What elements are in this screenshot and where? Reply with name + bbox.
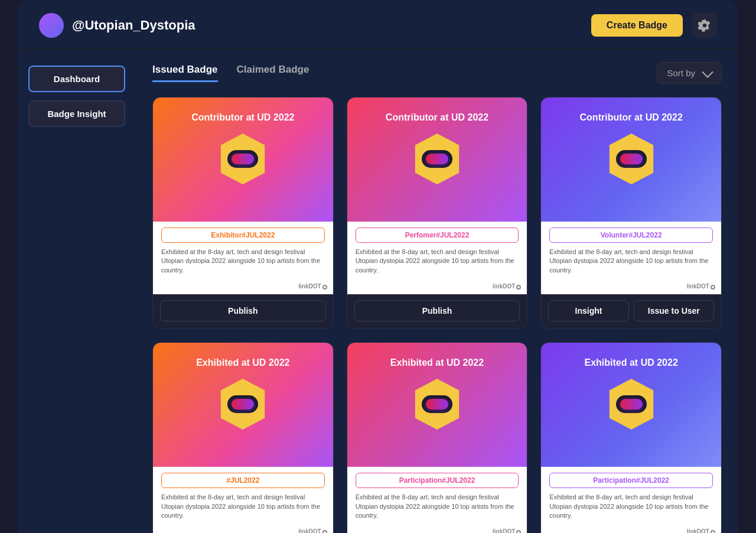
- badge-visual: Exhibited at UD 2022: [153, 343, 333, 467]
- badge-info: Volunter#JUL2022 Exhibited at the 8-day …: [541, 222, 721, 281]
- badge-hex: [413, 378, 461, 431]
- tabs-row: Issued Badge Claimed Badge Sort by: [152, 62, 722, 84]
- badge-visual: Contributor at UD 2022: [153, 98, 333, 222]
- badge-visual: Exhibited at UD 2022: [541, 343, 721, 467]
- chevron-down-icon: [702, 66, 713, 78]
- badge-actions: Publish: [347, 294, 527, 329]
- badge-info: Exhibitor#JUL2022 Exhibited at the 8-day…: [153, 222, 333, 281]
- badge-visual: Contributor at UD 2022: [541, 98, 721, 222]
- sidebar: Dashboard Badge Insight: [18, 49, 136, 533]
- badge-title: Contributor at UD 2022: [386, 112, 488, 124]
- badge-desc: Exhibited at the 8-day art, tech and des…: [161, 248, 325, 275]
- header-left: @Utopian_Dystopia: [39, 13, 195, 38]
- badge-hex: [608, 378, 655, 431]
- content-area: Issued Badge Claimed Badge Sort by Contr…: [136, 49, 738, 533]
- linkdot-logo: linkDOT: [687, 528, 715, 533]
- badge-card-inner: Exhibited at UD 2022 Participation#JUL20…: [347, 343, 527, 533]
- badge-icon: [422, 150, 452, 168]
- tab-claimed-badge[interactable]: Claimed Badge: [237, 64, 309, 82]
- badge-actions: InsightIssue to User: [541, 294, 721, 329]
- badge-card-inner: Contributor at UD 2022 Perfomer#JUL2022 …: [347, 98, 527, 329]
- badge-desc: Exhibited at the 8-day art, tech and des…: [161, 493, 325, 520]
- badge-tag: Exhibitor#JUL2022: [161, 228, 325, 243]
- badge-footer: linkDOT: [541, 526, 721, 533]
- username: @Utopian_Dystopia: [72, 18, 195, 33]
- tab-issued-badge[interactable]: Issued Badge: [152, 64, 218, 82]
- badge-hex: [219, 378, 266, 431]
- badge-footer: linkDOT: [153, 526, 333, 533]
- create-badge-button[interactable]: Create Badge: [591, 14, 683, 37]
- badge-grid: Contributor at UD 2022 Exhibitor#JUL2022…: [152, 97, 722, 533]
- badge-card: Exhibited at UD 2022 Participation#JUL20…: [347, 342, 528, 533]
- sort-by-dropdown[interactable]: Sort by: [657, 62, 722, 84]
- badge-hex: [608, 132, 655, 186]
- badge-footer: linkDOT: [541, 281, 721, 294]
- badge-footer: linkDOT: [153, 281, 333, 294]
- badge-card: Contributor at UD 2022 Volunter#JUL2022 …: [540, 97, 722, 329]
- badge-icon: [422, 395, 452, 413]
- linkdot-dot: [516, 530, 521, 533]
- linkdot-logo: linkDOT: [493, 528, 521, 533]
- tabs: Issued Badge Claimed Badge: [152, 64, 309, 82]
- badge-card-inner: Contributor at UD 2022 Volunter#JUL2022 …: [541, 98, 721, 329]
- badge-visual: Contributor at UD 2022: [347, 98, 527, 222]
- badge-card: Contributor at UD 2022 Perfomer#JUL2022 …: [347, 97, 528, 329]
- action-btn-issue-to-user[interactable]: Issue to User: [634, 300, 714, 321]
- linkdot-logo: linkDOT: [298, 528, 327, 533]
- action-btn-insight[interactable]: Insight: [548, 300, 628, 321]
- badge-icon: [227, 395, 258, 413]
- linkdot-dot: [322, 285, 327, 290]
- badge-icon: [227, 150, 258, 168]
- badge-icon: [616, 150, 647, 168]
- badge-hex: [219, 132, 266, 186]
- badge-title: Contributor at UD 2022: [191, 112, 294, 124]
- action-btn-publish[interactable]: Publish: [354, 300, 520, 321]
- badge-tag: Participation#JUL2022: [356, 473, 519, 488]
- badge-card: Exhibited at UD 2022 Participation#JUL20…: [540, 342, 722, 533]
- gear-icon: [698, 19, 711, 32]
- app-container: @Utopian_Dystopia Create Badge Dashboard…: [18, 0, 738, 533]
- header: @Utopian_Dystopia Create Badge: [18, 0, 738, 49]
- sidebar-item-badge-insight[interactable]: Badge Insight: [28, 100, 125, 127]
- main-layout: Dashboard Badge Insight Issued Badge Cla…: [18, 49, 738, 533]
- badge-tag: #JUL2022: [161, 473, 325, 488]
- badge-desc: Exhibited at the 8-day art, tech and des…: [356, 493, 519, 520]
- linkdot-logo: linkDOT: [687, 283, 715, 290]
- linkdot-dot: [516, 285, 521, 290]
- badge-card-inner: Exhibited at UD 2022 Participation#JUL20…: [541, 343, 721, 533]
- badge-title: Exhibited at UD 2022: [196, 357, 289, 369]
- badge-footer: linkDOT: [347, 526, 527, 533]
- badge-footer: linkDOT: [347, 281, 527, 294]
- badge-desc: Exhibited at the 8-day art, tech and des…: [549, 248, 713, 275]
- badge-desc: Exhibited at the 8-day art, tech and des…: [549, 493, 713, 520]
- avatar: [39, 13, 64, 38]
- badge-icon: [616, 395, 647, 413]
- badge-info: Perfomer#JUL2022 Exhibited at the 8-day …: [347, 222, 527, 281]
- header-right: Create Badge: [591, 13, 717, 38]
- badge-visual: Exhibited at UD 2022: [347, 343, 527, 467]
- badge-card: Exhibited at UD 2022 #JUL2022 Exhibited …: [152, 342, 334, 533]
- linkdot-dot: [711, 285, 715, 290]
- badge-tag: Perfomer#JUL2022: [356, 228, 519, 243]
- badge-tag: Volunter#JUL2022: [549, 228, 713, 243]
- linkdot-logo: linkDOT: [298, 283, 327, 290]
- badge-hex: [413, 132, 461, 186]
- sidebar-item-dashboard[interactable]: Dashboard: [28, 66, 125, 92]
- badge-info: Participation#JUL2022 Exhibited at the 8…: [541, 467, 721, 526]
- badge-card-inner: Exhibited at UD 2022 #JUL2022 Exhibited …: [153, 343, 333, 533]
- badge-card-inner: Contributor at UD 2022 Exhibitor#JUL2022…: [153, 98, 333, 329]
- badge-title: Exhibited at UD 2022: [390, 357, 484, 369]
- linkdot-dot: [711, 530, 715, 533]
- badge-card: Contributor at UD 2022 Exhibitor#JUL2022…: [152, 97, 334, 329]
- badge-title: Exhibited at UD 2022: [585, 357, 678, 369]
- action-btn-publish[interactable]: Publish: [160, 300, 326, 321]
- badge-tag: Participation#JUL2022: [549, 473, 713, 488]
- settings-button[interactable]: [692, 13, 717, 38]
- badge-info: Participation#JUL2022 Exhibited at the 8…: [347, 467, 527, 526]
- linkdot-logo: linkDOT: [493, 283, 521, 290]
- badge-actions: Publish: [153, 294, 333, 329]
- sort-by-label: Sort by: [667, 68, 695, 78]
- linkdot-dot: [322, 530, 327, 533]
- badge-title: Contributor at UD 2022: [580, 112, 683, 124]
- badge-desc: Exhibited at the 8-day art, tech and des…: [356, 248, 519, 275]
